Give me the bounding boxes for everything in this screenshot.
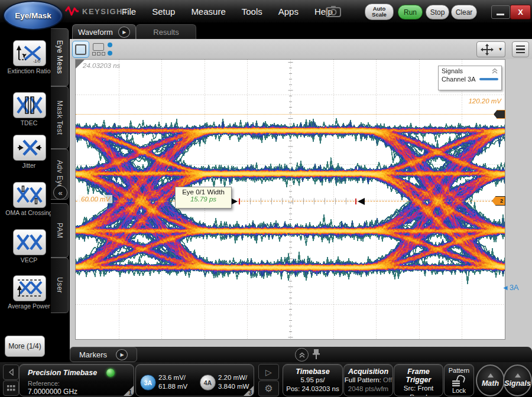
pan-icon [481, 44, 494, 56]
menu-file[interactable]: File [122, 6, 136, 17]
eye-width-tooltip: Eye 0/1 Width 15.79 ps [175, 187, 232, 209]
precision-timebase-frequency: 7.0000000 GHz [28, 388, 77, 396]
pattern-lock-label-bottom: Lock [445, 387, 473, 394]
eye-width-tooltip-title: Eye 0/1 Width [176, 188, 231, 196]
marker-1-line[interactable] [76, 114, 505, 115]
clear-button[interactable]: Clear [451, 5, 477, 19]
eye-diagram-plot: 24.03203 ns Signals Channel 3A 120.20 mV… [75, 59, 505, 340]
legend-collapse-icon[interactable] [491, 68, 498, 74]
marker-1-value-label: 120.20 mV [430, 97, 501, 105]
menu-measure[interactable]: Measure [191, 6, 225, 17]
timebase-panel[interactable]: Timebase 5.95 ps/ Pos: 24.03203 ns [283, 364, 343, 396]
average-power-icon [17, 278, 43, 298]
channel-3a-reference-marker[interactable]: ◄ 3A [502, 283, 519, 292]
signals-button[interactable]: Signals [503, 365, 532, 396]
tab-mask-test[interactable]: Mask Test [51, 86, 69, 149]
jitter-button[interactable] [13, 135, 46, 161]
oma-at-crossing-button[interactable] [13, 182, 46, 208]
expand-panel-icon[interactable] [295, 348, 309, 362]
channel-4a-badge[interactable]: 4A [200, 375, 216, 391]
pin-icon[interactable] [312, 349, 320, 360]
title-bar: KEYSIGHT File Setup Measure Tools Apps H… [0, 0, 532, 22]
math-label: Math [482, 379, 499, 388]
minimize-button[interactable] [491, 5, 510, 19]
stop-button[interactable]: Stop [426, 5, 449, 19]
run-button[interactable]: Run [398, 5, 423, 19]
status-nav-left-icon[interactable] [3, 365, 19, 380]
vecp-icon [17, 232, 43, 252]
minimize-icon [497, 14, 504, 15]
sidebar-collapse-icon[interactable]: « [53, 186, 67, 200]
more-measurements-button[interactable]: More (1/4) [5, 336, 45, 357]
app-mode-button[interactable]: Eye/Mask [3, 1, 63, 30]
acquisition-panel[interactable]: Acquisition Full Pattern: Off 2048 pts/w… [343, 364, 393, 396]
waveform-play-icon[interactable]: ▶ [118, 27, 130, 38]
channel-panel-page: 3 [248, 389, 252, 396]
eye-width-right-tick [355, 198, 356, 204]
channel-3a-scale: 23.6 mV/ 61.88 mV [158, 373, 187, 391]
tab-results-view[interactable]: Results [136, 24, 196, 40]
eye-width-left-tick [239, 198, 240, 204]
precision-timebase-title: Precision Timebase [28, 369, 97, 377]
pan-tool-button[interactable] [476, 41, 497, 57]
tab-waveform-view[interactable]: Waveform ▶ [72, 24, 136, 40]
vecp-button[interactable] [13, 229, 46, 255]
acquisition-full-pattern: Full Pattern: Off [344, 376, 392, 385]
eye-width-tooltip-value: 15.79 ps [176, 196, 231, 203]
oma-at-crossing-icon [17, 185, 43, 205]
category-tab-strip: Eye Meas Mask Test Adv Eye « PAM User [51, 22, 69, 362]
multi-display-icon [93, 43, 104, 51]
settings-gear-icon[interactable]: ⚙ [258, 380, 279, 396]
single-display-button[interactable] [72, 41, 89, 58]
menu-tools[interactable]: Tools [242, 6, 262, 17]
acquisition-points: 2048 pts/wfm [344, 385, 392, 393]
precision-timebase-panel[interactable]: Precision Timebase Reference: 7.0000000 … [19, 364, 134, 396]
frame-trigger-panel[interactable]: Frame Trigger Src: Front Panel Clock/Div… [394, 364, 443, 396]
tab-eye-meas[interactable]: Eye Meas [51, 28, 69, 86]
extinction-ratio-icon: -1/0 [17, 43, 43, 63]
math-up-arrow-icon [488, 373, 494, 378]
frame-trigger-title: Frame Trigger [394, 367, 443, 384]
pattern-lock-panel[interactable]: Pattern Lock [444, 364, 474, 396]
signals-legend[interactable]: Signals Channel 3A [438, 66, 502, 90]
view-tab-row: Waveform ▶ Results [70, 22, 532, 39]
extinction-ratio-button[interactable]: -1/0 [13, 40, 46, 66]
signals-label: Signals [504, 379, 530, 388]
extinction-ratio-label: Extinction Ratio [0, 67, 58, 74]
jitter-icon [17, 138, 43, 158]
svg-text:-1/0: -1/0 [33, 59, 40, 63]
menu-apps[interactable]: Apps [278, 6, 299, 17]
status-grid-icon[interactable] [3, 380, 19, 396]
markers-panel-tab[interactable]: Markers ▶ [70, 347, 137, 362]
toolbar-drag-handle[interactable] [108, 43, 112, 56]
tdec-button[interactable] [13, 92, 46, 118]
unlocked-padlock-icon [452, 375, 465, 387]
markers-play-icon[interactable]: ▶ [116, 349, 128, 360]
display-toolbar: ▼ [70, 39, 532, 59]
legend-channel-label: Channel 3A [442, 76, 476, 83]
marker-2-value-label: 60.00 mV [79, 195, 112, 203]
screenshot-camera-icon[interactable] [325, 5, 342, 18]
auto-scale-button[interactable]: Auto Scale [365, 4, 394, 20]
tab-user[interactable]: User [51, 258, 69, 313]
channel-ref-label: 3A [510, 283, 519, 292]
acquisition-run-icon[interactable]: ▷ [258, 364, 279, 380]
tab-pam[interactable]: PAM [51, 203, 69, 258]
pan-tool-dropdown[interactable]: ▼ [496, 41, 505, 57]
close-button[interactable]: X [510, 5, 531, 19]
channel-3a-badge[interactable]: 3A [140, 375, 156, 391]
legend-channel-swatch [479, 78, 498, 80]
channel-scales-panel[interactable]: 3A 23.6 mV/ 61.88 mV 4A 2.20 mW/ 3.840 m… [135, 364, 254, 396]
flexdca-window: KEYSIGHT File Setup Measure Tools Apps H… [0, 0, 532, 397]
tdec-label: TDEC [0, 119, 58, 126]
multi-display-button[interactable] [90, 41, 107, 58]
main-content: Waveform ▶ Results ▼ [70, 22, 532, 362]
keysight-spark-icon [65, 6, 79, 17]
precision-timebase-led [106, 369, 115, 377]
display-menu-icon[interactable] [512, 41, 529, 57]
math-button[interactable]: Math [476, 365, 505, 396]
pattern-lock-label-top: Pattern [445, 367, 473, 374]
menu-setup[interactable]: Setup [152, 6, 175, 17]
menu-bar: File Setup Measure Tools Apps Help [122, 0, 333, 22]
average-power-button[interactable] [13, 275, 46, 301]
